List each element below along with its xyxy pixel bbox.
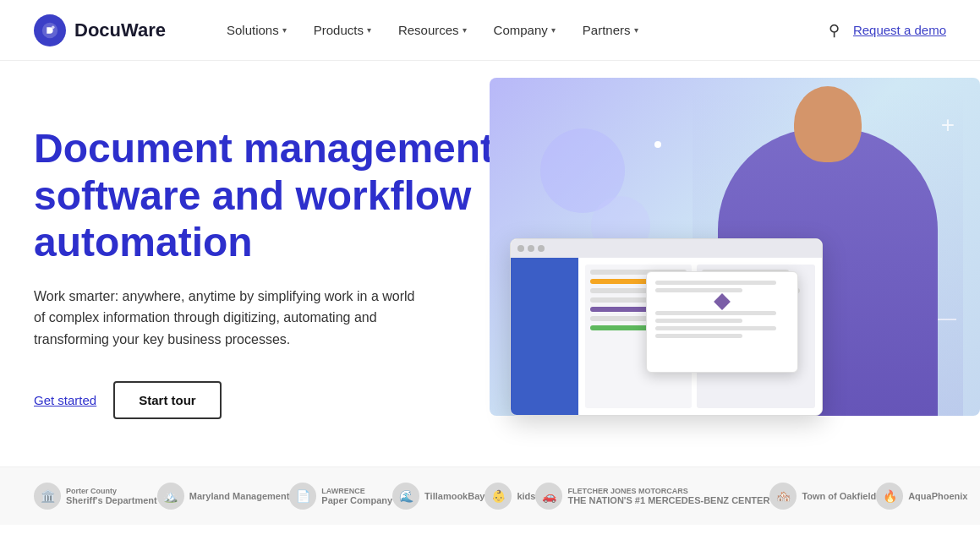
hero-subtitle: Work smarter: anywhere, anytime by simpl… bbox=[34, 286, 423, 351]
software-screenshot bbox=[510, 238, 823, 416]
popup-bar-1 bbox=[655, 281, 775, 285]
search-icon[interactable]: ⚲ bbox=[829, 21, 840, 40]
logo[interactable]: DocuWare bbox=[34, 14, 166, 46]
logo-fletcher-jones: 🚗 FLETCHER JONES MOTORCARS THE NATION'S … bbox=[535, 483, 769, 510]
person-head bbox=[794, 86, 862, 162]
aquaphoenix-icon: 🔥 bbox=[876, 483, 903, 510]
nav-partners[interactable]: Partners ▾ bbox=[572, 16, 649, 44]
hero-right: + — bbox=[535, 112, 946, 433]
screenshot-topbar bbox=[511, 239, 822, 258]
window-dot-3 bbox=[538, 245, 545, 252]
nav-actions: ⚲ Request a demo bbox=[829, 21, 946, 40]
popup-bar-5 bbox=[655, 326, 775, 330]
fletcher-jones-icon: 🚗 bbox=[535, 483, 562, 510]
tillamookbay-icon: 🌊 bbox=[392, 483, 419, 510]
kids-icon: 👶 bbox=[485, 483, 512, 510]
chevron-down-icon: ▾ bbox=[551, 25, 556, 35]
popup-diamond-icon bbox=[714, 293, 731, 310]
main-nav: DocuWare Solutions ▾ Products ▾ Resource… bbox=[0, 0, 980, 61]
nav-company[interactable]: Company ▾ bbox=[484, 16, 566, 44]
logo-tillamookbay: 🌊 TillamookBay bbox=[392, 483, 485, 510]
request-demo-link[interactable]: Request a demo bbox=[853, 23, 946, 37]
popup-bar-3 bbox=[655, 311, 775, 315]
logo-maryland-management: 🏔️ Maryland Management bbox=[157, 483, 290, 510]
window-dot-2 bbox=[528, 245, 534, 252]
nav-links: Solutions ▾ Products ▾ Resources ▾ Compa… bbox=[216, 16, 829, 44]
logo-town-of-oakfield: 🏘️ Town of Oakfield bbox=[769, 483, 876, 510]
chevron-down-icon: ▾ bbox=[463, 25, 467, 35]
svg-point-1 bbox=[52, 25, 55, 29]
oakfield-icon: 🏘️ bbox=[769, 483, 797, 510]
customer-logos-bar: 🏛️ Porter County Sheriff's Department 🏔️… bbox=[0, 466, 980, 525]
hero-left: Document management software and workflo… bbox=[34, 125, 535, 418]
logo-kids: 👶 kids bbox=[485, 483, 535, 510]
chevron-down-icon: ▾ bbox=[634, 25, 638, 35]
get-started-button[interactable]: Get started bbox=[34, 393, 96, 407]
popup-bar-6 bbox=[655, 334, 742, 338]
nav-resources[interactable]: Resources ▾ bbox=[388, 16, 477, 44]
maryland-management-icon: 🏔️ bbox=[157, 483, 184, 510]
popup-bar-2 bbox=[655, 288, 742, 292]
brand-name: DocuWare bbox=[74, 19, 166, 41]
start-tour-button[interactable]: Start tour bbox=[113, 381, 222, 419]
porter-county-icon: 🏛️ bbox=[34, 483, 61, 510]
screenshot-sidebar bbox=[511, 258, 578, 415]
logo-icon bbox=[34, 14, 66, 46]
logo-aquaphoenix: 🔥 AquaPhoenix bbox=[876, 483, 967, 510]
popup-card bbox=[646, 271, 798, 373]
nav-products[interactable]: Products ▾ bbox=[304, 16, 381, 44]
logo-porter-county: 🏛️ Porter County Sheriff's Department bbox=[34, 483, 157, 510]
nav-solutions[interactable]: Solutions ▾ bbox=[216, 16, 297, 44]
hero-title: Document management software and workflo… bbox=[34, 125, 501, 265]
chevron-down-icon: ▾ bbox=[282, 25, 287, 35]
lawrence-paper-icon: 📄 bbox=[289, 483, 316, 510]
hero-cta-group: Get started Start tour bbox=[34, 381, 501, 419]
chevron-down-icon: ▾ bbox=[367, 25, 371, 35]
logo-lawrence-paper: 📄 LAWRENCE Paper Company bbox=[289, 483, 392, 510]
window-dot-1 bbox=[517, 245, 524, 252]
popup-bar-4 bbox=[655, 319, 742, 323]
hero-section: Document management software and workflo… bbox=[0, 61, 980, 466]
decorative-dot bbox=[654, 141, 661, 148]
